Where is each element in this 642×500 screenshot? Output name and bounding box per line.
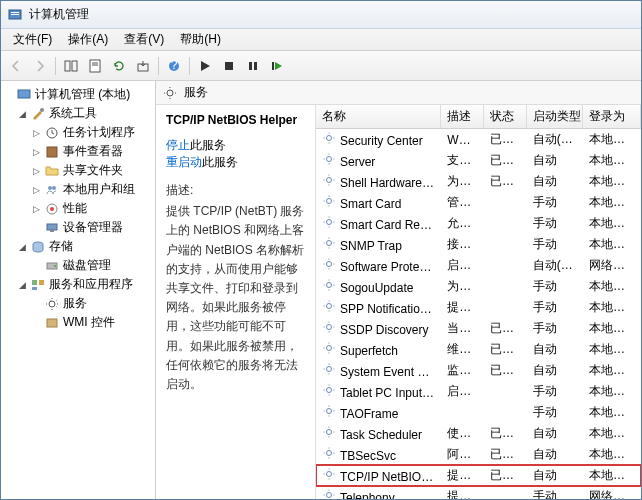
- tree-device-manager[interactable]: 设备管理器: [3, 218, 153, 237]
- service-row[interactable]: System Event N...监视...已启动自动本地系统: [316, 360, 641, 381]
- svg-rect-12: [249, 62, 252, 70]
- expand-icon[interactable]: ▷: [31, 203, 42, 214]
- tree-local-users[interactable]: ▷本地用户和组: [3, 180, 153, 199]
- svg-point-48: [327, 430, 332, 435]
- svg-point-21: [50, 207, 54, 211]
- tree-task-scheduler[interactable]: ▷任务计划程序: [3, 123, 153, 142]
- service-row[interactable]: TAOFrame手动本地系统: [316, 402, 641, 423]
- cell-status: 已启动: [484, 466, 527, 485]
- service-row[interactable]: Smart Card管理...手动本地服务: [316, 192, 641, 213]
- svg-point-19: [48, 186, 52, 190]
- cell-status: 已启动: [484, 319, 527, 338]
- menu-view[interactable]: 查看(V): [116, 29, 172, 50]
- tree-root[interactable]: 计算机管理 (本地): [3, 85, 153, 104]
- expand-icon[interactable]: ▷: [31, 146, 42, 157]
- service-row[interactable]: SPP Notification ...提供...手动本地服务: [316, 297, 641, 318]
- folder-icon: [44, 163, 60, 179]
- stop-service-icon[interactable]: [218, 55, 240, 77]
- help-icon[interactable]: ?: [163, 55, 185, 77]
- cell-desc: 为自...: [441, 172, 484, 191]
- service-row[interactable]: Security CenterWSC...已启动自动(延迟...本地服务: [316, 129, 641, 150]
- tree-system-tools[interactable]: ◢系统工具: [3, 104, 153, 123]
- expand-blank: [31, 298, 42, 309]
- refresh-icon[interactable]: [108, 55, 130, 77]
- cell-name: SogouUpdate: [316, 277, 441, 296]
- service-row[interactable]: Server支持...已启动自动本地系统: [316, 150, 641, 171]
- collapse-icon[interactable]: ◢: [17, 241, 28, 252]
- tree-services[interactable]: 服务: [3, 294, 153, 313]
- cell-status: 已启动: [484, 172, 527, 191]
- main-header: 服务: [156, 81, 641, 105]
- restart-service-icon[interactable]: [266, 55, 288, 77]
- col-start[interactable]: 启动类型: [527, 105, 583, 128]
- service-row[interactable]: Superfetch维护...已启动自动本地系统: [316, 339, 641, 360]
- svg-rect-11: [225, 62, 233, 70]
- service-row[interactable]: Telephony提供...手动网络服务: [316, 486, 641, 499]
- service-row[interactable]: SSDP Discovery当发...已启动手动本地服务: [316, 318, 641, 339]
- expand-icon[interactable]: ▷: [31, 184, 42, 195]
- service-row[interactable]: Software Protect...启用...自动(延迟...网络服务: [316, 255, 641, 276]
- col-login[interactable]: 登录为: [583, 105, 641, 128]
- service-row[interactable]: Shell Hardware ...为自...已启动自动本地系统: [316, 171, 641, 192]
- service-row[interactable]: TBSecSvc阿里...已启动自动本地系统: [316, 444, 641, 465]
- tree-shared-folders[interactable]: ▷共享文件夹: [3, 161, 153, 180]
- cell-name: Software Protect...: [316, 256, 441, 275]
- svg-point-33: [167, 90, 173, 96]
- tree-event-viewer[interactable]: ▷事件查看器: [3, 142, 153, 161]
- desc-text: 提供 TCP/IP (NetBT) 服务上的 NetBIOS 和网络上客户端的 …: [166, 202, 305, 394]
- service-row[interactable]: SNMP Trap接收...手动本地服务: [316, 234, 641, 255]
- tree-wmi[interactable]: WMI 控件: [3, 313, 153, 332]
- tree-storage[interactable]: ◢存储: [3, 237, 153, 256]
- properties-icon[interactable]: [84, 55, 106, 77]
- menu-help[interactable]: 帮助(H): [172, 29, 229, 50]
- menu-file[interactable]: 文件(F): [5, 29, 60, 50]
- service-row[interactable]: TCP/IP NetBIOS ...提供 ...已启动自动本地服务: [316, 465, 641, 486]
- pause-service-icon[interactable]: [242, 55, 264, 77]
- tree-services-apps[interactable]: ◢服务和应用程序: [3, 275, 153, 294]
- service-row[interactable]: Task Scheduler使用...已启动自动本地系统: [316, 423, 641, 444]
- svg-rect-30: [32, 287, 37, 290]
- cell-status: 已启动: [484, 151, 527, 170]
- cell-name: Task Scheduler: [316, 424, 441, 443]
- expand-icon[interactable]: ▷: [31, 165, 42, 176]
- service-list[interactable]: 名称 描述 状态 启动类型 登录为 Security CenterWSC...已…: [316, 105, 641, 499]
- cell-start: 手动: [527, 382, 583, 401]
- tree-performance[interactable]: ▷性能: [3, 199, 153, 218]
- collapse-icon[interactable]: ◢: [17, 108, 28, 119]
- cell-login: 本地系统: [583, 382, 641, 401]
- service-row[interactable]: Smart Card Rem...允许...手动本地系统: [316, 213, 641, 234]
- col-desc[interactable]: 描述: [441, 105, 484, 128]
- svg-rect-2: [11, 14, 19, 15]
- restart-link[interactable]: 重启动: [166, 155, 202, 169]
- cell-login: 本地系统: [583, 340, 641, 359]
- main-panel: 服务 TCP/IP NetBIOS Helper 停止此服务 重启动此服务 描述…: [156, 81, 641, 499]
- col-name[interactable]: 名称: [316, 105, 441, 128]
- cell-status: 已启动: [484, 130, 527, 149]
- cell-start: 自动: [527, 361, 583, 380]
- col-status[interactable]: 状态: [484, 105, 527, 128]
- service-row[interactable]: SogouUpdate为搜...手动本地系统: [316, 276, 641, 297]
- expand-blank: [31, 317, 42, 328]
- tree-disk-management[interactable]: 磁盘管理: [3, 256, 153, 275]
- collapse-icon[interactable]: ◢: [17, 279, 28, 290]
- show-hide-icon[interactable]: [60, 55, 82, 77]
- service-gear-icon: [322, 362, 336, 376]
- stop-link[interactable]: 停止: [166, 138, 190, 152]
- cell-name: SNMP Trap: [316, 235, 441, 254]
- cell-name: Tablet PC Input ...: [316, 382, 441, 401]
- export-icon[interactable]: [132, 55, 154, 77]
- service-gear-icon: [322, 278, 336, 292]
- cell-start: 手动: [527, 298, 583, 317]
- app-icon: [7, 7, 23, 23]
- cell-status: 已启动: [484, 445, 527, 464]
- service-gear-icon: [322, 467, 336, 481]
- expand-icon[interactable]: [3, 89, 14, 100]
- start-service-icon[interactable]: [194, 55, 216, 77]
- svg-rect-14: [272, 62, 274, 70]
- expand-icon[interactable]: ▷: [31, 127, 42, 138]
- service-row[interactable]: Tablet PC Input ...启用...手动本地系统: [316, 381, 641, 402]
- cell-login: 本地系统: [583, 172, 641, 191]
- svg-point-49: [327, 451, 332, 456]
- menu-action[interactable]: 操作(A): [60, 29, 116, 50]
- svg-point-41: [327, 283, 332, 288]
